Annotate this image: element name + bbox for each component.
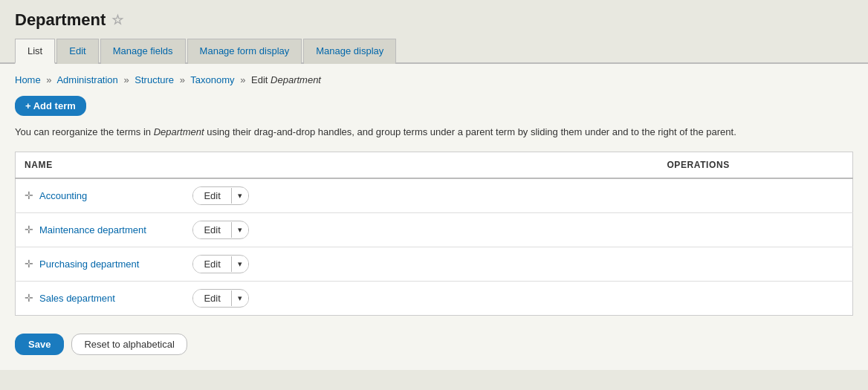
term-name-cell-3: ✛ Purchasing department [16, 247, 184, 281]
term-name-cell-4: ✛ Sales department [16, 281, 184, 315]
title-text: Department [15, 10, 106, 30]
breadcrumb-structure[interactable]: Structure [135, 74, 174, 85]
breadcrumb-edit: Edit [251, 74, 271, 85]
tab-manage-display[interactable]: Manage display [303, 39, 396, 64]
edit-button-1[interactable]: Edit [193, 187, 230, 204]
edit-dropdown-3[interactable]: ▾ [231, 256, 248, 272]
info-text-start: You can reorganize the terms in [15, 126, 154, 137]
terms-table: NAME OPERATIONS ✛ Accounting Edit [15, 152, 853, 316]
breadcrumb-sep-3: » [180, 74, 185, 85]
term-link-4[interactable]: Sales department [39, 293, 115, 304]
ops-cell-2: Edit ▾ [184, 212, 852, 247]
edit-dropdown-1[interactable]: ▾ [231, 188, 248, 204]
term-name-cell-1: ✛ Accounting [16, 178, 184, 213]
breadcrumb: Home » Administration » Structure » Taxo… [15, 74, 853, 85]
breadcrumb-administration[interactable]: Administration [56, 74, 117, 85]
table-row: ✛ Purchasing department Edit ▾ [16, 247, 853, 281]
edit-button-2[interactable]: Edit [193, 221, 230, 238]
edit-btn-group-1: Edit ▾ [192, 186, 248, 205]
drag-handle-3[interactable]: ✛ [25, 258, 33, 270]
term-link-1[interactable]: Accounting [39, 190, 87, 201]
tab-manage-fields[interactable]: Manage fields [100, 39, 186, 64]
ops-cell-1: Edit ▾ [184, 178, 852, 213]
drag-handle-4[interactable]: ✛ [25, 292, 33, 304]
page-title: Department ☆ [15, 10, 853, 30]
tab-manage-form-display[interactable]: Manage form display [187, 39, 302, 64]
save-button[interactable]: Save [15, 334, 64, 355]
edit-dropdown-4[interactable]: ▾ [231, 290, 248, 306]
tab-list[interactable]: List [15, 39, 55, 64]
table-row: ✛ Accounting Edit ▾ [16, 178, 853, 213]
col-operations: OPERATIONS [184, 152, 852, 178]
table-row: ✛ Sales department Edit ▾ [16, 281, 853, 315]
term-name-cell-2: ✛ Maintenance department [16, 212, 184, 247]
tabs-bar: List Edit Manage fields Manage form disp… [0, 37, 868, 64]
add-term-button[interactable]: + Add term [15, 96, 86, 116]
star-icon[interactable]: ☆ [111, 12, 123, 28]
table-row: ✛ Maintenance department Edit ▾ [16, 212, 853, 247]
info-text-italic: Department [154, 126, 204, 137]
breadcrumb-sep-4: » [240, 74, 245, 85]
edit-button-3[interactable]: Edit [193, 256, 230, 273]
page-wrapper: Department ☆ List Edit Manage fields Man… [0, 0, 868, 390]
reset-button[interactable]: Reset to alphabetical [71, 334, 187, 355]
term-link-2[interactable]: Maintenance department [39, 224, 146, 235]
edit-dropdown-2[interactable]: ▾ [231, 222, 248, 238]
drag-handle-2[interactable]: ✛ [25, 224, 33, 235]
footer-buttons: Save Reset to alphabetical [15, 328, 853, 355]
ops-cell-4: Edit ▾ [184, 281, 852, 315]
edit-button-4[interactable]: Edit [193, 290, 230, 307]
breadcrumb-department: Department [271, 74, 321, 85]
breadcrumb-home[interactable]: Home [15, 74, 41, 85]
tab-edit[interactable]: Edit [56, 39, 98, 64]
col-name: NAME [16, 152, 184, 178]
info-text-end: using their drag-and-drop handles, and g… [204, 126, 736, 137]
edit-btn-group-4: Edit ▾ [192, 289, 248, 308]
page-header: Department ☆ [0, 0, 868, 30]
ops-cell-3: Edit ▾ [184, 247, 852, 281]
drag-handle-1[interactable]: ✛ [25, 189, 33, 201]
content-area: Home » Administration » Structure » Taxo… [0, 64, 868, 370]
breadcrumb-sep-2: » [123, 74, 129, 85]
breadcrumb-taxonomy[interactable]: Taxonomy [190, 74, 234, 85]
info-text: You can reorganize the terms in Departme… [15, 125, 853, 140]
edit-btn-group-2: Edit ▾ [192, 221, 248, 239]
breadcrumb-sep-1: » [46, 74, 51, 85]
term-link-3[interactable]: Purchasing department [39, 259, 139, 270]
edit-btn-group-3: Edit ▾ [192, 255, 248, 273]
